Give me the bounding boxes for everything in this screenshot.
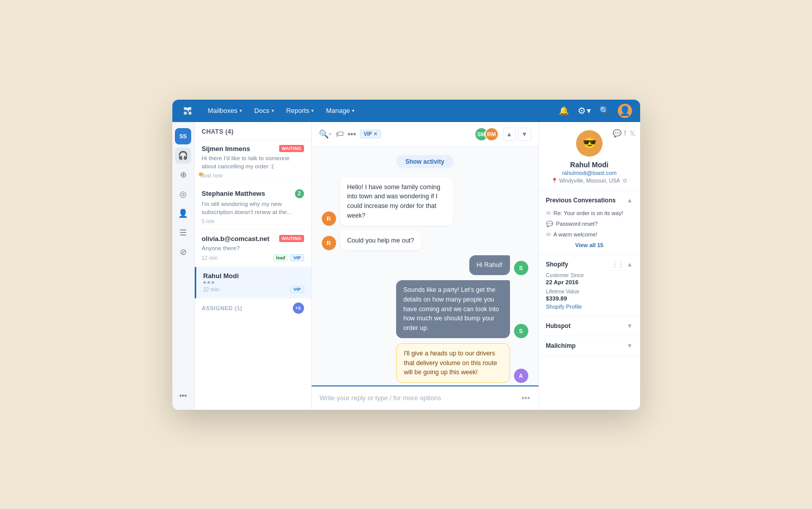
customer-since-label: Customer Since bbox=[546, 272, 633, 278]
assigned-section-label: ASSIGNED (1) +5 bbox=[195, 298, 311, 316]
nav-manage[interactable]: Manage ▾ bbox=[321, 104, 359, 117]
chat-view: 🔍▾ 🏷 ••• VIP ✕ SM RM ▲ ▼ bbox=[312, 122, 538, 410]
search-icon[interactable]: 🔍 bbox=[597, 104, 612, 118]
reply-input[interactable]: Write your reply or type / for more opti… bbox=[320, 394, 517, 402]
vip-label[interactable]: VIP ✕ bbox=[360, 130, 381, 138]
sidebar-user-avatar[interactable]: SS bbox=[175, 128, 191, 144]
mailchimp-section[interactable]: Mailchimp ▼ bbox=[539, 336, 640, 356]
sidebar-home-icon[interactable]: ⊕ bbox=[175, 167, 191, 183]
sidebar-inbox-icon[interactable]: 🎧 bbox=[175, 147, 191, 164]
shopify-grid-icon[interactable]: ⋮⋮ bbox=[612, 261, 624, 268]
chat-item[interactable]: Sijmen Immens WAITING Hi there I'd like … bbox=[195, 140, 311, 184]
shopify-title: Shopify bbox=[546, 261, 568, 268]
notifications-icon[interactable]: 🔔 bbox=[557, 104, 571, 118]
chat-preview: I'm still wondering why my new subscript… bbox=[202, 200, 304, 216]
message-row-outgoing: Hi Rahul! S bbox=[322, 255, 528, 275]
sender-avatar: R bbox=[322, 236, 336, 250]
chat-icon[interactable]: 💬 bbox=[613, 129, 621, 137]
reply-more-icon[interactable]: ••• bbox=[522, 394, 530, 403]
lifetime-value: $339.89 bbox=[546, 295, 633, 302]
app-window: Mailboxes ▾ Docs ▾ Reports ▾ Manage ▾ 🔔 … bbox=[172, 100, 640, 410]
lead-tag: lead bbox=[273, 254, 288, 261]
mailchimp-title: Mailchimp bbox=[546, 342, 576, 349]
location-icon: 📍 bbox=[551, 177, 558, 184]
sidebar-settings-icon[interactable]: ⊘ bbox=[175, 244, 191, 260]
chat-name: olivia.b@comcast.net bbox=[202, 235, 269, 243]
shopify-section: Shopify ⋮⋮ ▲ Customer Since 22 Apr 2016 … bbox=[539, 255, 640, 316]
facebook-icon[interactable]: f bbox=[624, 129, 626, 137]
section-title: Previous Conversations bbox=[546, 197, 616, 204]
chat-name: Rahul Modi bbox=[203, 272, 239, 280]
show-activity-button[interactable]: Show activity bbox=[396, 155, 454, 168]
nav-up-button[interactable]: ▲ bbox=[503, 128, 516, 141]
sidebar: SS 🎧 ⊕ ◎ 👤 ☰ ⊘ ••• bbox=[172, 122, 195, 410]
conversation-item[interactable]: 💬 Password reset? bbox=[546, 219, 633, 229]
right-panel: 💬 f 𝕏 😎 Rahul Modi rahulmodi@toast.com 📍… bbox=[538, 122, 640, 410]
hubspot-section[interactable]: Hubspot ▼ bbox=[539, 316, 640, 336]
message-bubble: Hi Rahul! bbox=[469, 255, 509, 275]
nav-mailboxes[interactable]: Mailboxes ▾ bbox=[203, 104, 248, 117]
shopify-collapse-icon[interactable]: ▲ bbox=[627, 261, 633, 268]
location-settings-icon[interactable]: ⚙ bbox=[622, 177, 627, 184]
hubspot-title: Hubspot bbox=[546, 322, 571, 330]
chat-item[interactable]: Stephanie Matthews 2 I'm still wondering… bbox=[195, 184, 311, 230]
conversation-item[interactable]: ✉ A warm welcome! bbox=[546, 229, 633, 240]
agent-avatar: A bbox=[514, 369, 528, 383]
message-bubble: Hello! I have some family coming into to… bbox=[340, 177, 454, 226]
chat-list-header: CHATS (4) bbox=[195, 122, 311, 140]
message-row: R Could you help me out? bbox=[322, 231, 528, 251]
view-all-button[interactable]: View all 15 bbox=[546, 242, 633, 248]
sidebar-tasks-icon[interactable]: ☰ bbox=[175, 225, 191, 241]
main-area: SS 🎧 ⊕ ◎ 👤 ☰ ⊘ ••• CHATS (4) Sijmen Imme… bbox=[172, 122, 640, 410]
chat-time: 12 min bbox=[202, 255, 218, 261]
nav-right: 🔔 ⚙▾ 🔍 👤 bbox=[557, 104, 632, 118]
twitter-icon[interactable]: 𝕏 bbox=[629, 129, 635, 137]
message-row-outgoing: Sounds like a party! Let's get the detai… bbox=[322, 280, 528, 338]
sidebar-contacts-icon[interactable]: 👤 bbox=[175, 205, 191, 222]
more-options-icon[interactable]: ••• bbox=[348, 130, 356, 139]
shopify-profile-link[interactable]: Shopify Profile bbox=[546, 304, 633, 310]
vip-remove-icon[interactable]: ✕ bbox=[373, 131, 377, 137]
chat-item[interactable]: olivia.b@comcast.net WAITING Anyone ther… bbox=[195, 230, 311, 267]
chat-nav-buttons: ▲ ▼ bbox=[503, 128, 531, 141]
chat-view-header: 🔍▾ 🏷 ••• VIP ✕ SM RM ▲ ▼ bbox=[312, 122, 538, 147]
vip-tag: VIP bbox=[290, 254, 304, 261]
sidebar-reports-icon[interactable]: ◎ bbox=[175, 186, 191, 202]
label-icon[interactable]: 🏷 bbox=[336, 130, 344, 139]
settings-icon[interactable]: ⚙▾ bbox=[577, 104, 591, 118]
conversation-item[interactable]: ✉ Re: Your order is on its way! bbox=[546, 208, 633, 219]
nav-down-button[interactable]: ▼ bbox=[518, 128, 531, 141]
contact-email[interactable]: rahulmodi@toast.com bbox=[562, 170, 616, 176]
assigned-count-badge: +5 bbox=[293, 303, 304, 314]
chat-name: Sijmen Immens bbox=[202, 145, 250, 153]
sidebar-more-icon[interactable]: ••• bbox=[175, 387, 191, 404]
contact-header: 💬 f 𝕏 😎 Rahul Modi rahulmodi@toast.com 📍… bbox=[539, 122, 640, 191]
header-avatars: SM RM bbox=[474, 127, 499, 141]
contact-avatar: 😎 bbox=[576, 130, 603, 157]
logo[interactable] bbox=[181, 104, 195, 118]
hubspot-collapse-icon[interactable]: ▼ bbox=[627, 322, 633, 330]
chevron-down-icon: ▾ bbox=[352, 108, 354, 113]
nav-docs[interactable]: Docs ▾ bbox=[249, 104, 279, 117]
reply-box: Write your reply or type / for more opti… bbox=[312, 385, 538, 410]
nav-reports[interactable]: Reports ▾ bbox=[281, 104, 319, 117]
previous-conversations-section: Previous Conversations ▲ ✉ Re: Your orde… bbox=[539, 191, 640, 255]
lifetime-label: Lifetime Value bbox=[546, 288, 633, 294]
collapse-icon[interactable]: ▲ bbox=[627, 197, 633, 204]
contact-social-icons: 💬 f 𝕏 bbox=[613, 129, 635, 137]
chat-time: 22 min bbox=[203, 286, 220, 292]
messages-area: Show activity R Hello! I have some famil… bbox=[312, 147, 538, 385]
user-avatar[interactable]: 👤 bbox=[618, 104, 632, 118]
chevron-down-icon: ▾ bbox=[272, 108, 274, 113]
search-assign-icon[interactable]: 🔍▾ bbox=[319, 129, 332, 139]
customer-avatar: RM bbox=[485, 127, 499, 141]
email-icon: ✉ bbox=[546, 231, 551, 238]
vip-tag: VIP bbox=[290, 286, 304, 293]
message-bubble: Could you help me out? bbox=[340, 231, 422, 251]
mailchimp-collapse-icon[interactable]: ▼ bbox=[627, 342, 633, 349]
agent-avatar: S bbox=[514, 261, 528, 275]
message-bubble: Sounds like a party! Let's get the detai… bbox=[396, 280, 509, 338]
chat-item-active[interactable]: Rahul Modi 22 min VIP bbox=[195, 267, 311, 298]
contact-name: Rahul Modi bbox=[570, 161, 608, 169]
chat-preview: Hi there I'd like to talk to someone abo… bbox=[202, 154, 304, 170]
